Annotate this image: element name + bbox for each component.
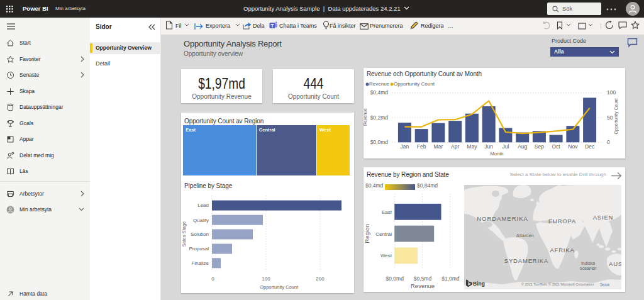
svg-text:$0,0md: $0,0md: [370, 139, 389, 145]
svg-text:Dec: Dec: [585, 143, 595, 150]
svg-text:$0,4md: $0,4md: [370, 89, 389, 96]
svg-text:$0,5md: $0,5md: [414, 275, 432, 282]
svg-text:Opportunity Count: Opportunity Count: [260, 284, 299, 290]
svg-text:Proposal: Proposal: [189, 246, 209, 252]
svg-text:May: May: [467, 143, 477, 150]
svg-text:Qualify: Qualify: [193, 218, 209, 223]
svg-text:oceanen: oceanen: [580, 266, 597, 270]
svg-text:Sales Stage: Sales Stage: [181, 221, 187, 247]
svg-text:Jun: Jun: [484, 143, 493, 150]
svg-text:200: 200: [316, 276, 325, 282]
svg-text:Bing: Bing: [473, 281, 485, 287]
svg-text:© 2021 TomTom, © 2021 Microsof: © 2021 TomTom, © 2021 Microsoft Corporat…: [521, 282, 594, 286]
svg-text:Aug: Aug: [518, 143, 527, 150]
svg-text:Apr: Apr: [451, 143, 459, 150]
svg-text:Lead: Lead: [197, 203, 209, 208]
svg-text:100: 100: [607, 89, 616, 96]
svg-text:EUROPA: EUROPA: [548, 218, 576, 225]
svg-text:NORDAMERIKA: NORDAMERIKA: [477, 215, 528, 222]
svg-text:Atlanten: Atlanten: [516, 233, 534, 238]
svg-text:Jan: Jan: [401, 143, 409, 150]
svg-text:$1,0md: $1,0md: [441, 275, 460, 282]
svg-text:East: East: [382, 209, 392, 215]
svg-text:$0,0md: $0,0md: [386, 275, 404, 282]
svg-text:Sep: Sep: [535, 143, 544, 150]
svg-text:Indiska: Indiska: [581, 261, 595, 265]
svg-text:Central: Central: [375, 231, 392, 237]
svg-text:Finalize: Finalize: [191, 260, 209, 266]
svg-text:SYDAMERIKA: SYDAMERIKA: [504, 257, 548, 264]
svg-text:Nov: Nov: [568, 143, 578, 150]
svg-text:Feb: Feb: [417, 143, 426, 150]
svg-text:Opportunity Count: Opportunity Count: [614, 99, 619, 135]
svg-text:AUS: AUS: [609, 260, 621, 267]
svg-text:50: 50: [607, 114, 613, 121]
svg-text:Mar: Mar: [434, 143, 443, 150]
svg-text:Jul: Jul: [502, 143, 509, 150]
svg-text:Solution: Solution: [191, 231, 209, 237]
svg-text:Revenue: Revenue: [364, 108, 367, 126]
svg-text:Terms: Terms: [600, 282, 609, 286]
svg-text:Region: Region: [364, 225, 370, 243]
svg-text:Month: Month: [491, 151, 504, 157]
svg-text:0: 0: [211, 276, 214, 282]
svg-text:West: West: [380, 253, 392, 258]
svg-text:100: 100: [262, 276, 270, 282]
svg-text:ASIEN: ASIEN: [593, 214, 614, 221]
svg-text:Oct: Oct: [552, 143, 560, 150]
svg-text:0: 0: [607, 139, 610, 145]
svg-text:AFRIKA: AFRIKA: [550, 247, 574, 253]
svg-text:$0,2md: $0,2md: [370, 114, 389, 121]
svg-text:Revenue: Revenue: [411, 282, 435, 289]
